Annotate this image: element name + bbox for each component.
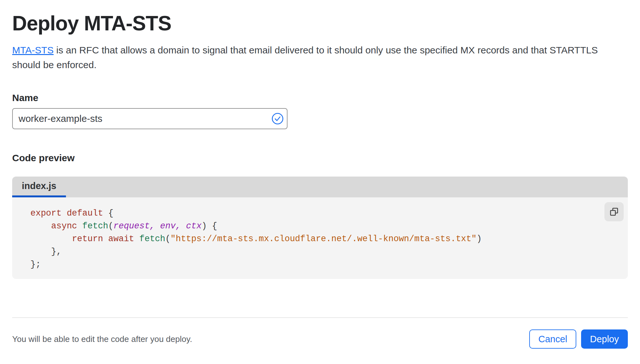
footer: You will be able to edit the code after … bbox=[12, 320, 628, 358]
name-input-wrapper bbox=[12, 108, 288, 129]
footer-actions: Cancel Deploy bbox=[529, 329, 628, 349]
footer-note: You will be able to edit the code after … bbox=[12, 334, 192, 344]
mta-sts-link[interactable]: MTA-STS bbox=[12, 45, 53, 55]
check-circle-icon bbox=[271, 113, 284, 125]
code-line: return await fetch("https://mta-sts.mx.c… bbox=[30, 233, 602, 245]
tab-index-js[interactable]: index.js bbox=[12, 177, 66, 197]
deploy-button[interactable]: Deploy bbox=[581, 329, 628, 349]
code-area: export default { async fetch(request, en… bbox=[12, 197, 628, 279]
code-line: }; bbox=[30, 258, 602, 271]
footer-divider bbox=[12, 317, 628, 318]
code-line: }, bbox=[30, 245, 602, 258]
name-label: Name bbox=[12, 92, 628, 104]
description-text: is an RFC that allows a domain to signal… bbox=[12, 45, 598, 70]
code-preview-card: index.js export default { async fetch(re… bbox=[12, 177, 628, 279]
name-input[interactable] bbox=[12, 108, 288, 129]
code-tab-bar: index.js bbox=[12, 177, 628, 197]
code-block: export default { async fetch(request, en… bbox=[30, 207, 602, 271]
page-title: Deploy MTA-STS bbox=[12, 0, 628, 35]
copy-icon bbox=[609, 207, 619, 217]
description: MTA-STS is an RFC that allows a domain t… bbox=[12, 43, 620, 72]
code-preview-label: Code preview bbox=[12, 152, 628, 164]
code-line: export default { bbox=[30, 207, 602, 220]
code-line: async fetch(request, env, ctx) { bbox=[30, 220, 602, 233]
copy-button[interactable] bbox=[604, 202, 624, 221]
cancel-button[interactable]: Cancel bbox=[529, 329, 576, 349]
